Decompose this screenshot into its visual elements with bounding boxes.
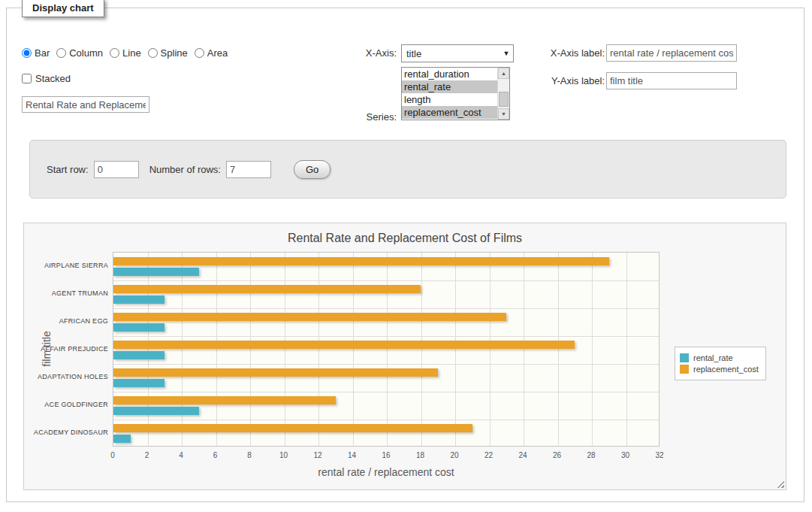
x-axis-label-input[interactable] bbox=[606, 44, 737, 62]
series-options: rental_durationrental_ratelengthreplacem… bbox=[402, 68, 497, 120]
scrollbar-thumb[interactable] bbox=[499, 92, 509, 107]
bar-rental_rate bbox=[113, 323, 165, 332]
chart-type-radio-bar[interactable] bbox=[22, 48, 32, 58]
start-row-input[interactable] bbox=[94, 161, 139, 178]
grid-line bbox=[148, 253, 149, 446]
legend-item-replacement_cost: replacement_cost bbox=[680, 365, 759, 374]
stacked-option[interactable]: Stacked bbox=[22, 73, 71, 84]
x-tick-label: 30 bbox=[621, 451, 629, 459]
stacked-label: Stacked bbox=[35, 73, 71, 84]
chart-type-radio-column[interactable] bbox=[56, 48, 66, 58]
x-axis-title: rental rate / replacement cost bbox=[113, 466, 660, 478]
chart-type-option-bar[interactable]: Bar bbox=[22, 47, 50, 59]
panel-legend: Display chart bbox=[22, 0, 104, 17]
x-tick-label: 24 bbox=[518, 451, 527, 459]
y-axis-label-input[interactable] bbox=[606, 72, 737, 89]
x-tick-label: 6 bbox=[213, 451, 218, 459]
grid-line bbox=[182, 253, 183, 446]
grid-line bbox=[113, 336, 659, 337]
grid-line bbox=[558, 253, 559, 446]
chevron-down-icon: ▼ bbox=[500, 50, 513, 57]
bar-replacement_cost bbox=[113, 396, 336, 404]
x-axis-select-value: title bbox=[402, 48, 500, 59]
series-option-rental_duration[interactable]: rental_duration bbox=[402, 68, 497, 80]
series-option-rental_rate[interactable]: rental_rate bbox=[402, 80, 497, 93]
go-button[interactable]: Go bbox=[294, 160, 331, 179]
x-tick-label: 2 bbox=[145, 451, 149, 459]
x-tick-label: 32 bbox=[655, 451, 663, 459]
category-label: ADAPTATION HOLES bbox=[26, 373, 108, 380]
chart-type-radio-group: BarColumnLineSplineArea bbox=[22, 47, 234, 59]
grid-line bbox=[285, 253, 285, 446]
x-tick-label: 28 bbox=[587, 451, 595, 459]
chart-type-label: Spline bbox=[161, 47, 188, 59]
chart-type-option-line[interactable]: Line bbox=[110, 47, 141, 59]
bar-rental_rate bbox=[113, 268, 199, 276]
stacked-checkbox[interactable] bbox=[22, 74, 32, 83]
chart-title: Rental Rate and Replacement Cost of Film… bbox=[24, 232, 786, 245]
grid-line bbox=[113, 280, 659, 281]
num-rows-input[interactable] bbox=[226, 161, 271, 178]
x-tick-label: 16 bbox=[382, 451, 390, 459]
scroll-down-icon[interactable]: ▼ bbox=[498, 108, 509, 120]
legend-item-rental_rate: rental_rate bbox=[680, 353, 759, 362]
x-tick-label: 4 bbox=[179, 451, 183, 459]
num-rows-label: Number of rows: bbox=[149, 164, 221, 175]
bar-replacement_cost bbox=[113, 341, 575, 349]
plot-area bbox=[113, 252, 660, 447]
bar-replacement_cost bbox=[113, 285, 421, 293]
grid-line bbox=[250, 253, 251, 446]
start-row-label: Start row: bbox=[47, 164, 89, 175]
x-tick-label: 0 bbox=[110, 451, 115, 459]
category-label: AFFAIR PREJUDICE bbox=[26, 345, 108, 353]
grid-line bbox=[113, 364, 659, 365]
resize-handle-icon[interactable] bbox=[775, 479, 784, 488]
category-label: ACADEMY DINOSAUR bbox=[26, 429, 108, 436]
bar-rental_rate bbox=[113, 407, 199, 415]
bar-rental_rate bbox=[113, 295, 165, 304]
legend-label: replacement_cost bbox=[693, 365, 759, 374]
chart-type-radio-area[interactable] bbox=[195, 48, 204, 58]
chart-type-label: Bar bbox=[35, 47, 50, 59]
chart-type-label: Area bbox=[207, 47, 228, 59]
legend-swatch-icon bbox=[680, 365, 689, 374]
x-tick-label: 26 bbox=[553, 451, 561, 459]
x-tick-label: 8 bbox=[247, 451, 252, 459]
chart-type-radio-spline[interactable] bbox=[148, 48, 158, 58]
chart-type-label: Column bbox=[69, 47, 103, 59]
series-option-length[interactable]: length bbox=[402, 93, 497, 106]
y-axis-label-field-label: Y-Axis label: bbox=[530, 72, 605, 90]
bar-replacement_cost bbox=[113, 368, 438, 377]
category-label: AFRICAN EGG bbox=[26, 317, 108, 325]
x-tick-label: 22 bbox=[484, 451, 493, 459]
category-label: ACE GOLDFINGER bbox=[26, 401, 108, 408]
x-tick-label: 20 bbox=[450, 451, 458, 459]
x-axis-select-label: X-Axis: bbox=[321, 44, 397, 62]
grid-line bbox=[592, 253, 593, 446]
chart-type-radio-line[interactable] bbox=[110, 48, 119, 58]
series-option-replacement_cost[interactable]: replacement_cost bbox=[402, 106, 497, 119]
grid-line bbox=[626, 253, 627, 446]
x-axis-label-field-label: X-Axis label: bbox=[530, 44, 605, 62]
chart-type-option-area[interactable]: Area bbox=[195, 47, 228, 59]
chart-title-input[interactable] bbox=[22, 96, 149, 113]
chart-type-option-column[interactable]: Column bbox=[56, 47, 103, 59]
grid-line bbox=[524, 253, 524, 446]
bar-rental_rate bbox=[113, 351, 165, 359]
chart-type-label: Line bbox=[122, 47, 141, 59]
chart-type-option-spline[interactable]: Spline bbox=[148, 47, 188, 59]
series-scrollbar[interactable]: ▲ ▼ bbox=[497, 68, 509, 120]
category-label: AIRPLANE SIERRA bbox=[26, 262, 108, 269]
bar-replacement_cost bbox=[113, 424, 472, 432]
display-chart-panel: Display chart BarColumnLineSplineArea St… bbox=[6, 8, 804, 502]
x-tick-label: 10 bbox=[279, 451, 288, 459]
bar-rental_rate bbox=[113, 435, 131, 443]
category-label: AGENT TRUMAN bbox=[26, 289, 108, 297]
x-axis-select[interactable]: title ▼ bbox=[401, 44, 514, 62]
row-controls-panel: Start row: Number of rows: Go bbox=[29, 140, 786, 198]
grid-line bbox=[216, 253, 217, 446]
grid-line bbox=[353, 253, 354, 446]
series-listbox[interactable]: rental_durationrental_ratelengthreplacem… bbox=[401, 67, 510, 120]
scroll-up-icon[interactable]: ▲ bbox=[498, 68, 509, 79]
grid-line bbox=[455, 253, 456, 446]
